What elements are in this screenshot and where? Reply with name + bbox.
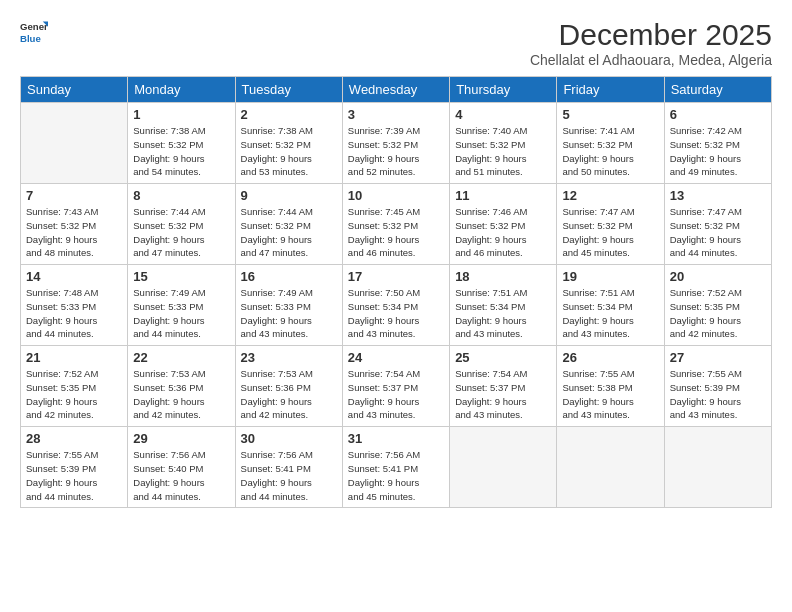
col-friday: Friday xyxy=(557,77,664,103)
logo: General Blue xyxy=(20,18,48,46)
calendar-cell: 2Sunrise: 7:38 AM Sunset: 5:32 PM Daylig… xyxy=(235,103,342,184)
calendar-cell: 11Sunrise: 7:46 AM Sunset: 5:32 PM Dayli… xyxy=(450,184,557,265)
calendar-cell: 15Sunrise: 7:49 AM Sunset: 5:33 PM Dayli… xyxy=(128,265,235,346)
day-info: Sunrise: 7:38 AM Sunset: 5:32 PM Dayligh… xyxy=(241,124,337,179)
calendar-table: Sunday Monday Tuesday Wednesday Thursday… xyxy=(20,76,772,508)
day-info: Sunrise: 7:55 AM Sunset: 5:39 PM Dayligh… xyxy=(670,367,766,422)
day-number: 4 xyxy=(455,107,551,122)
calendar-cell: 27Sunrise: 7:55 AM Sunset: 5:39 PM Dayli… xyxy=(664,346,771,427)
day-number: 11 xyxy=(455,188,551,203)
svg-text:General: General xyxy=(20,21,48,32)
calendar-cell: 20Sunrise: 7:52 AM Sunset: 5:35 PM Dayli… xyxy=(664,265,771,346)
day-info: Sunrise: 7:56 AM Sunset: 5:40 PM Dayligh… xyxy=(133,448,229,503)
day-info: Sunrise: 7:55 AM Sunset: 5:38 PM Dayligh… xyxy=(562,367,658,422)
day-number: 24 xyxy=(348,350,444,365)
header: General Blue December 2025 Chellalat el … xyxy=(20,18,772,68)
calendar-cell xyxy=(557,427,664,508)
calendar-cell: 30Sunrise: 7:56 AM Sunset: 5:41 PM Dayli… xyxy=(235,427,342,508)
day-number: 22 xyxy=(133,350,229,365)
day-info: Sunrise: 7:41 AM Sunset: 5:32 PM Dayligh… xyxy=(562,124,658,179)
calendar-cell: 22Sunrise: 7:53 AM Sunset: 5:36 PM Dayli… xyxy=(128,346,235,427)
day-number: 23 xyxy=(241,350,337,365)
month-title: December 2025 xyxy=(530,18,772,52)
day-number: 25 xyxy=(455,350,551,365)
calendar-cell: 23Sunrise: 7:53 AM Sunset: 5:36 PM Dayli… xyxy=(235,346,342,427)
day-info: Sunrise: 7:50 AM Sunset: 5:34 PM Dayligh… xyxy=(348,286,444,341)
calendar-cell: 31Sunrise: 7:56 AM Sunset: 5:41 PM Dayli… xyxy=(342,427,449,508)
day-info: Sunrise: 7:49 AM Sunset: 5:33 PM Dayligh… xyxy=(241,286,337,341)
calendar-cell: 1Sunrise: 7:38 AM Sunset: 5:32 PM Daylig… xyxy=(128,103,235,184)
col-wednesday: Wednesday xyxy=(342,77,449,103)
day-number: 28 xyxy=(26,431,122,446)
title-block: December 2025 Chellalat el Adhaouara, Me… xyxy=(530,18,772,68)
calendar-cell: 24Sunrise: 7:54 AM Sunset: 5:37 PM Dayli… xyxy=(342,346,449,427)
calendar-cell: 8Sunrise: 7:44 AM Sunset: 5:32 PM Daylig… xyxy=(128,184,235,265)
week-row-0: 1Sunrise: 7:38 AM Sunset: 5:32 PM Daylig… xyxy=(21,103,772,184)
calendar-cell xyxy=(21,103,128,184)
col-sunday: Sunday xyxy=(21,77,128,103)
day-number: 19 xyxy=(562,269,658,284)
day-info: Sunrise: 7:55 AM Sunset: 5:39 PM Dayligh… xyxy=(26,448,122,503)
day-number: 7 xyxy=(26,188,122,203)
calendar-cell: 28Sunrise: 7:55 AM Sunset: 5:39 PM Dayli… xyxy=(21,427,128,508)
day-number: 14 xyxy=(26,269,122,284)
day-number: 26 xyxy=(562,350,658,365)
day-number: 17 xyxy=(348,269,444,284)
calendar-cell: 19Sunrise: 7:51 AM Sunset: 5:34 PM Dayli… xyxy=(557,265,664,346)
week-row-1: 7Sunrise: 7:43 AM Sunset: 5:32 PM Daylig… xyxy=(21,184,772,265)
day-number: 20 xyxy=(670,269,766,284)
day-number: 15 xyxy=(133,269,229,284)
day-number: 2 xyxy=(241,107,337,122)
calendar-cell: 7Sunrise: 7:43 AM Sunset: 5:32 PM Daylig… xyxy=(21,184,128,265)
day-number: 1 xyxy=(133,107,229,122)
calendar-cell xyxy=(450,427,557,508)
day-number: 13 xyxy=(670,188,766,203)
day-info: Sunrise: 7:39 AM Sunset: 5:32 PM Dayligh… xyxy=(348,124,444,179)
calendar-page: General Blue December 2025 Chellalat el … xyxy=(0,0,792,612)
day-info: Sunrise: 7:44 AM Sunset: 5:32 PM Dayligh… xyxy=(133,205,229,260)
day-info: Sunrise: 7:56 AM Sunset: 5:41 PM Dayligh… xyxy=(348,448,444,503)
day-number: 9 xyxy=(241,188,337,203)
col-thursday: Thursday xyxy=(450,77,557,103)
calendar-cell: 25Sunrise: 7:54 AM Sunset: 5:37 PM Dayli… xyxy=(450,346,557,427)
day-info: Sunrise: 7:48 AM Sunset: 5:33 PM Dayligh… xyxy=(26,286,122,341)
day-info: Sunrise: 7:53 AM Sunset: 5:36 PM Dayligh… xyxy=(133,367,229,422)
day-info: Sunrise: 7:45 AM Sunset: 5:32 PM Dayligh… xyxy=(348,205,444,260)
calendar-cell: 18Sunrise: 7:51 AM Sunset: 5:34 PM Dayli… xyxy=(450,265,557,346)
logo-icon: General Blue xyxy=(20,18,48,46)
calendar-cell: 21Sunrise: 7:52 AM Sunset: 5:35 PM Dayli… xyxy=(21,346,128,427)
day-number: 3 xyxy=(348,107,444,122)
col-monday: Monday xyxy=(128,77,235,103)
day-number: 10 xyxy=(348,188,444,203)
calendar-cell: 12Sunrise: 7:47 AM Sunset: 5:32 PM Dayli… xyxy=(557,184,664,265)
day-info: Sunrise: 7:54 AM Sunset: 5:37 PM Dayligh… xyxy=(348,367,444,422)
week-row-4: 28Sunrise: 7:55 AM Sunset: 5:39 PM Dayli… xyxy=(21,427,772,508)
svg-text:Blue: Blue xyxy=(20,33,41,44)
day-number: 29 xyxy=(133,431,229,446)
col-tuesday: Tuesday xyxy=(235,77,342,103)
day-number: 30 xyxy=(241,431,337,446)
day-info: Sunrise: 7:54 AM Sunset: 5:37 PM Dayligh… xyxy=(455,367,551,422)
calendar-cell: 14Sunrise: 7:48 AM Sunset: 5:33 PM Dayli… xyxy=(21,265,128,346)
day-info: Sunrise: 7:38 AM Sunset: 5:32 PM Dayligh… xyxy=(133,124,229,179)
calendar-cell: 4Sunrise: 7:40 AM Sunset: 5:32 PM Daylig… xyxy=(450,103,557,184)
day-info: Sunrise: 7:52 AM Sunset: 5:35 PM Dayligh… xyxy=(670,286,766,341)
calendar-cell: 26Sunrise: 7:55 AM Sunset: 5:38 PM Dayli… xyxy=(557,346,664,427)
day-info: Sunrise: 7:56 AM Sunset: 5:41 PM Dayligh… xyxy=(241,448,337,503)
day-info: Sunrise: 7:42 AM Sunset: 5:32 PM Dayligh… xyxy=(670,124,766,179)
col-saturday: Saturday xyxy=(664,77,771,103)
day-info: Sunrise: 7:47 AM Sunset: 5:32 PM Dayligh… xyxy=(670,205,766,260)
day-number: 31 xyxy=(348,431,444,446)
day-info: Sunrise: 7:43 AM Sunset: 5:32 PM Dayligh… xyxy=(26,205,122,260)
day-number: 21 xyxy=(26,350,122,365)
calendar-cell: 6Sunrise: 7:42 AM Sunset: 5:32 PM Daylig… xyxy=(664,103,771,184)
day-info: Sunrise: 7:51 AM Sunset: 5:34 PM Dayligh… xyxy=(455,286,551,341)
calendar-cell: 17Sunrise: 7:50 AM Sunset: 5:34 PM Dayli… xyxy=(342,265,449,346)
calendar-cell: 13Sunrise: 7:47 AM Sunset: 5:32 PM Dayli… xyxy=(664,184,771,265)
day-info: Sunrise: 7:47 AM Sunset: 5:32 PM Dayligh… xyxy=(562,205,658,260)
calendar-cell xyxy=(664,427,771,508)
calendar-cell: 29Sunrise: 7:56 AM Sunset: 5:40 PM Dayli… xyxy=(128,427,235,508)
day-number: 5 xyxy=(562,107,658,122)
day-info: Sunrise: 7:40 AM Sunset: 5:32 PM Dayligh… xyxy=(455,124,551,179)
day-info: Sunrise: 7:46 AM Sunset: 5:32 PM Dayligh… xyxy=(455,205,551,260)
